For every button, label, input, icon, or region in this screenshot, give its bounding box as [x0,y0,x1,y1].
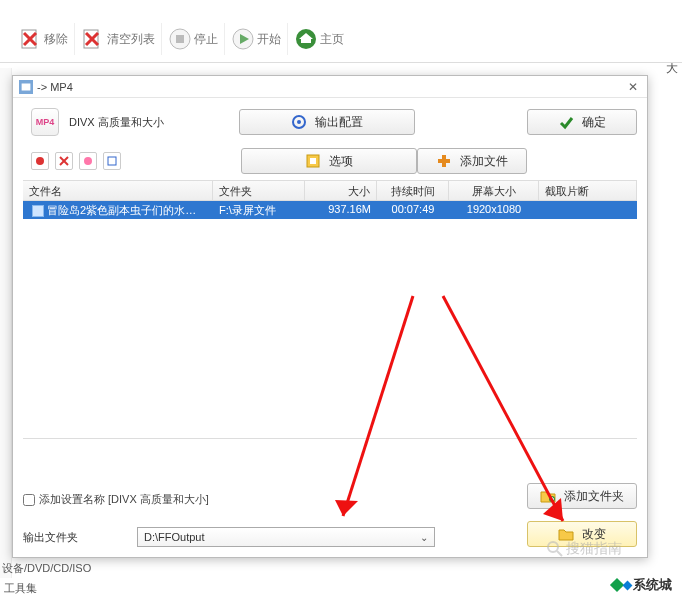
cell-duration: 00:07:49 [377,201,449,219]
tool-list-icon[interactable] [103,152,121,170]
convert-dialog: -> MP4 ✕ MP4 DIVX 高质量和大小 输出配置 确定 [12,75,648,558]
svg-point-18 [84,157,92,165]
tool-media-icon[interactable] [79,152,97,170]
clear-icon [81,27,105,51]
check-icon [558,114,574,130]
svg-rect-19 [108,157,116,165]
output-folder-label: 输出文件夹 [23,530,119,545]
search-watermark: 搜猫指南 [547,540,622,558]
svg-rect-12 [22,83,31,90]
underlying-devices-label: 设备/DVD/CD/ISO [0,561,91,576]
bg-clear-button[interactable]: 清空列表 [75,23,162,55]
remove-icon [18,27,42,51]
col-screen[interactable]: 屏幕大小 [449,181,539,200]
bg-remove-label: 移除 [44,31,68,48]
background-toolbar: 移除 清空列表 停止 开始 主页 [12,23,350,55]
stop-icon [168,27,192,51]
add-folder-label: 添加文件夹 [564,488,624,505]
col-clip[interactable]: 截取片断 [539,181,637,200]
add-preset-name-label: 添加设置名称 [DIVX 高质量和大小] [39,492,209,507]
add-file-button[interactable]: 添加文件 [417,148,527,174]
close-button[interactable]: ✕ [625,79,641,95]
dialog-titlebar: -> MP4 ✕ [13,76,647,98]
settings-icon [291,114,307,130]
output-config-button[interactable]: 输出配置 [239,109,415,135]
svg-line-32 [557,551,562,556]
dialog-title: -> MP4 [37,81,625,93]
output-config-label: 输出配置 [315,114,363,131]
svg-point-14 [297,120,301,124]
search-icon [547,541,563,557]
confirm-button[interactable]: 确定 [527,109,637,135]
options-label: 选项 [329,153,353,170]
plus-icon [436,153,452,169]
cell-size: 937.16M [305,201,377,219]
col-folder[interactable]: 文件夹 [213,181,305,200]
diamond-icon-small [623,580,633,590]
file-list-body[interactable]: 冒险岛2紫色副本虫子们的水上乐园水… F:\录屏文件 937.16M 00:07… [23,201,637,439]
bg-stop-button[interactable]: 停止 [162,23,225,55]
table-row[interactable]: 冒险岛2紫色副本虫子们的水上乐园水… F:\录屏文件 937.16M 00:07… [23,201,637,219]
file-list-header: 文件名 文件夹 大小 持续时间 屏幕大小 截取片断 [23,180,637,201]
bg-home-button[interactable]: 主页 [288,23,350,55]
home-icon [294,27,318,51]
col-size[interactable]: 大小 [305,181,377,200]
mini-tools [23,152,241,170]
cell-name: 冒险岛2紫色副本虫子们的水上乐园水… [23,201,213,219]
brand-name: 系统城 [633,576,672,594]
output-folder-value: D:\FFOutput [144,531,205,543]
col-duration[interactable]: 持续时间 [377,181,449,200]
bg-start-button[interactable]: 开始 [225,23,288,55]
folder-plus-icon [540,488,556,504]
bg-home-label: 主页 [320,31,344,48]
output-folder-combo[interactable]: D:\FFOutput ⌄ [137,527,435,547]
add-preset-name-checkbox[interactable] [23,494,35,506]
underlying-left-strip [0,68,12,578]
brand-watermark: 系统城 [612,576,672,594]
cell-screen: 1920x1080 [449,201,539,219]
dialog-bottom: 添加设置名称 [DIVX 高质量和大小] 添加文件夹 输出文件夹 D:\FFOu… [23,492,637,547]
confirm-label: 确定 [582,114,606,131]
profile-area: MP4 DIVX 高质量和大小 [23,108,241,136]
separator [0,62,682,63]
app-icon [19,80,33,94]
tool-record-icon[interactable] [31,152,49,170]
add-file-label: 添加文件 [460,153,508,170]
bg-clear-label: 清空列表 [107,31,155,48]
file-icon [32,205,44,217]
options-button[interactable]: 选项 [241,148,417,174]
start-icon [231,27,255,51]
bg-stop-label: 停止 [194,31,218,48]
underlying-toolbox-label: 工具集 [0,581,37,596]
add-folder-button[interactable]: 添加文件夹 [527,483,637,509]
tool-delete-icon[interactable] [55,152,73,170]
bg-remove-button[interactable]: 移除 [12,23,75,55]
chevron-down-icon: ⌄ [420,532,428,543]
svg-point-15 [36,157,44,165]
svg-point-31 [548,542,558,552]
bg-start-label: 开始 [257,31,281,48]
profile-label: DIVX 高质量和大小 [69,115,164,130]
cell-clip [539,201,637,219]
svg-rect-7 [176,35,184,43]
col-name[interactable]: 文件名 [23,181,213,200]
options-icon [305,153,321,169]
profile-icon: MP4 [31,108,59,136]
cell-folder: F:\录屏文件 [213,201,305,219]
svg-rect-21 [310,158,316,164]
